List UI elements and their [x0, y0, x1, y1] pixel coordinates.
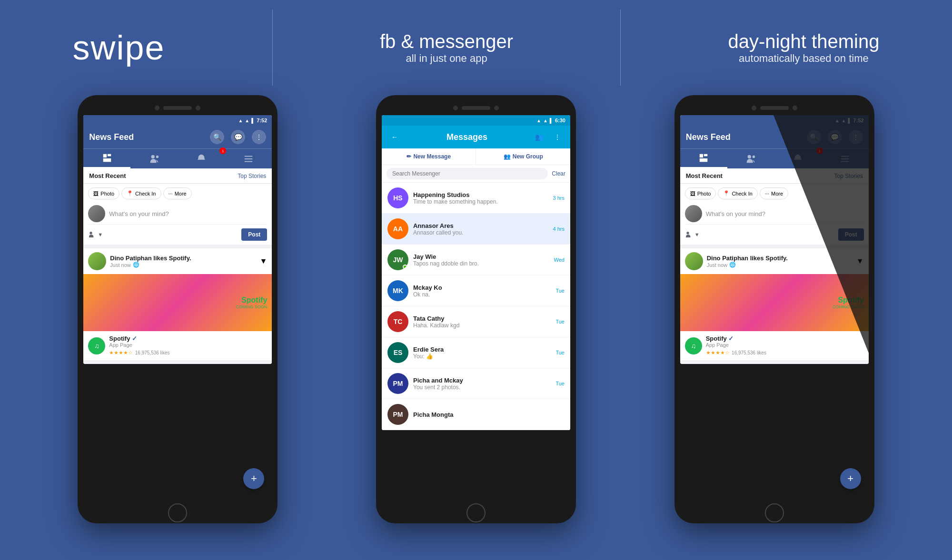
- msg-content: Picha and MckayYou sent 2 photos.: [413, 377, 551, 391]
- add-friend-btn[interactable]: 👥: [532, 130, 546, 144]
- back-btn[interactable]: ←: [387, 130, 402, 144]
- msg-avatar: MK: [387, 280, 408, 301]
- verified-icon: ✓: [132, 335, 137, 342]
- battery-icon-2: ▌: [550, 118, 553, 123]
- coming-soon-text: COMING SOON: [236, 305, 267, 309]
- msg-name: Erdie Sera: [413, 346, 551, 353]
- svg-point-12: [748, 155, 751, 158]
- msg-avatar: HS: [387, 187, 408, 208]
- msg-preview: Ok na.: [413, 291, 551, 298]
- message-item[interactable]: MKMckay KoOk na.Tue: [382, 275, 570, 306]
- msg-name: Happening Studios: [413, 191, 548, 198]
- new-group-icon: 👥: [504, 153, 511, 160]
- msg-time: Tue: [555, 381, 565, 386]
- post-menu-icon[interactable]: ▼: [259, 257, 267, 265]
- search-input[interactable]: [387, 168, 548, 179]
- svg-rect-5: [245, 156, 253, 157]
- spotify-info: Spotify ✓ App Page ★★★★☆ 16,975,536 like…: [109, 335, 267, 356]
- signal-icon: ▲: [245, 118, 249, 123]
- tab-news-feed[interactable]: [83, 149, 130, 168]
- tab-3-news-feed[interactable]: [680, 149, 727, 168]
- phone-3-nav-title: News Feed: [686, 132, 731, 142]
- tab-friends[interactable]: [130, 149, 178, 168]
- menu-icon-btn[interactable]: ⋮: [252, 130, 266, 144]
- status-prompt-3: What's on your mind?: [706, 210, 765, 217]
- status-box-bottom: ▼ Post: [88, 224, 267, 241]
- post-header: Dino Patiphan likes Spotify. Just now 🌐 …: [83, 248, 272, 274]
- avatar-initials: TC: [387, 311, 408, 332]
- phone-2-top-bar: [382, 101, 570, 115]
- msg-content: Annasor AresAnnasor called you.: [413, 222, 548, 236]
- dropdown-arrow-3: ▼: [694, 232, 700, 237]
- post-button[interactable]: Post: [241, 228, 267, 241]
- message-item[interactable]: ESErdie SeraYou: 👍Tue: [382, 337, 570, 368]
- message-item[interactable]: TCTata CathyHaha. Kadlaw kgdTue: [382, 306, 570, 337]
- phone-1-camera-2: [196, 106, 200, 110]
- post-time-3: Just now: [707, 262, 727, 268]
- checkin-btn[interactable]: 📍 Check In: [121, 187, 161, 199]
- status-input-area[interactable]: What's on your mind?: [109, 209, 267, 218]
- svg-point-17: [686, 232, 689, 234]
- more-action-btn[interactable]: ··· More: [163, 187, 192, 199]
- tab-menu[interactable]: [225, 149, 272, 168]
- photo-btn[interactable]: 🖼 Photo: [88, 187, 119, 199]
- checkin-icon-3: 📍: [723, 190, 730, 196]
- post-user-info: Dino Patiphan likes Spotify. Just now 🌐: [110, 255, 256, 268]
- post-username: Dino Patiphan likes Spotify.: [110, 255, 256, 262]
- svg-rect-9: [700, 154, 703, 157]
- message-item[interactable]: PMPicha Mongta: [382, 399, 570, 430]
- divider-2: [620, 10, 621, 86]
- phone-2: ▲ ▲ ▌ 6:30 ← Messages 👥 ⋮: [376, 95, 576, 523]
- phone-2-status-right: ▲ ▲ ▌ 6:30: [536, 118, 565, 123]
- tab-notifications[interactable]: 1: [178, 149, 225, 168]
- post-card-1: Dino Patiphan likes Spotify. Just now 🌐 …: [83, 248, 272, 360]
- photo-btn-3[interactable]: 🖼 Photo: [685, 187, 716, 199]
- search-clear[interactable]: Clear: [552, 170, 565, 177]
- spotify-card-bottom: ♫ Spotify ✓ App Page ★★★★☆ 1: [83, 331, 272, 360]
- post-image: Spotify COMING SOON: [83, 274, 272, 331]
- post-avatar: [88, 252, 106, 270]
- phone-3-top-bar: [680, 101, 869, 115]
- checkin-icon: 📍: [127, 190, 133, 196]
- tab-3-friends[interactable]: [727, 149, 774, 168]
- spotify-brand-text: Spotify: [236, 296, 267, 305]
- messenger-nav: ← Messages 👥 ⋮: [382, 126, 570, 148]
- phone-1-tab-bar: 1: [83, 148, 272, 168]
- online-indicator: [403, 265, 407, 269]
- phone-3: ▲ ▲ ▌ 7:52 News Feed 🔍 💬 ⋮: [674, 95, 874, 523]
- message-list: HSHappening StudiosTime to make somethin…: [382, 183, 570, 430]
- msg-avatar: PM: [387, 404, 408, 425]
- user-avatar: [88, 205, 105, 222]
- fb-messenger-title: fb & messenger: [380, 31, 513, 52]
- new-group-btn[interactable]: 👥 New Group: [476, 148, 570, 165]
- checkin-label-3: Check In: [732, 191, 752, 196]
- phone-3-bottom-bar: [680, 508, 869, 518]
- new-message-btn[interactable]: ✏ New Message: [382, 148, 476, 165]
- search-icon-btn[interactable]: 🔍: [210, 130, 224, 144]
- messenger-icon-btn[interactable]: 💬: [231, 130, 245, 144]
- new-message-label: New Message: [413, 153, 451, 160]
- spotify-logo: ♫: [88, 337, 105, 354]
- message-item[interactable]: PMPicha and MckayYou sent 2 photos.Tue: [382, 368, 570, 399]
- message-item[interactable]: AAAnnasor AresAnnasor called you.4 hrs: [382, 214, 570, 245]
- checkin-btn-3[interactable]: 📍 Check In: [718, 187, 757, 199]
- message-item[interactable]: HSHappening StudiosTime to make somethin…: [382, 183, 570, 214]
- audience-selector-3[interactable]: ▼: [685, 231, 700, 238]
- fb-messenger-subtitle: all in just one app: [380, 52, 513, 65]
- audience-selector[interactable]: ▼: [88, 231, 103, 238]
- most-recent-bar: Most Recent Top Stories: [83, 168, 272, 184]
- svg-point-13: [753, 155, 755, 158]
- phone-1-time: 7:52: [257, 118, 267, 123]
- new-message-icon: ✏: [407, 153, 411, 160]
- phone-3-camera-2: [793, 106, 797, 110]
- message-item[interactable]: JWJay WieTapos nag ddoble din bro.Wed: [382, 245, 570, 275]
- settings-btn[interactable]: ⋮: [550, 130, 565, 144]
- avatar-initials: MK: [387, 280, 408, 301]
- msg-avatar: JW: [387, 249, 408, 270]
- msg-avatar: PM: [387, 373, 408, 394]
- phone-2-status-bar: ▲ ▲ ▌ 6:30: [382, 115, 570, 126]
- spotify-subtext: App Page: [109, 342, 267, 348]
- likes-count-3: 16,975,536 likes: [732, 350, 766, 355]
- top-stories-link[interactable]: Top Stories: [238, 173, 266, 179]
- most-recent-label: Most Recent: [89, 172, 126, 179]
